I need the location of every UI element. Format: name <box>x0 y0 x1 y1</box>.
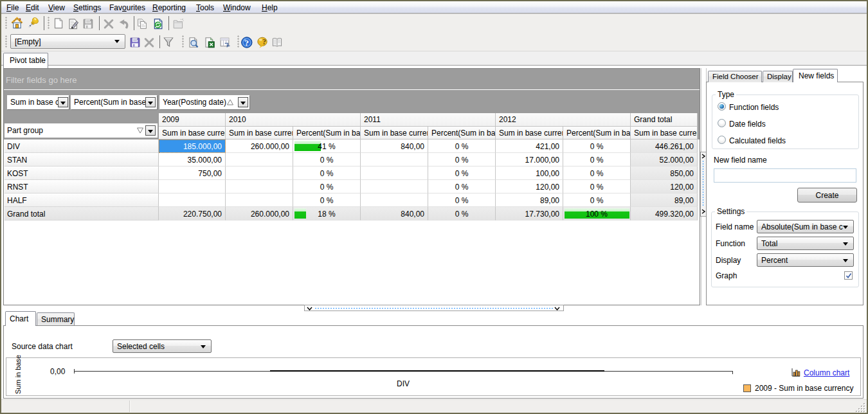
svg-text:?: ? <box>262 37 266 46</box>
svg-text:?: ? <box>245 38 249 48</box>
